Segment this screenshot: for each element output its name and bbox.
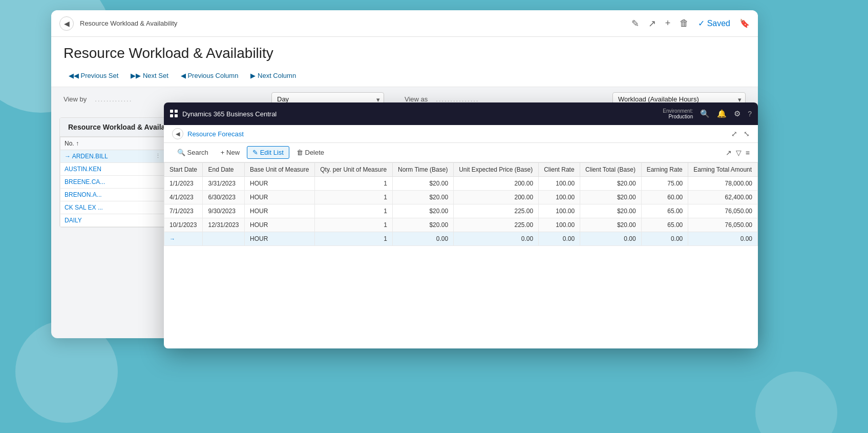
col-header-no: No. ↑: [60, 137, 165, 150]
table-row: 7/1/2023 9/30/2023 HOUR 1 $20.00 225.00 …: [164, 204, 758, 218]
titlebar-actions: ✎ ↗ + 🗑 ✓ Saved 🔖: [631, 18, 750, 29]
view-as-label: View as: [405, 95, 428, 103]
bc-back-button[interactable]: ◀: [172, 128, 183, 139]
bc-cell-clientrate5: 0.00: [539, 232, 580, 246]
bc-cell-qty5: 1: [315, 232, 393, 246]
bc-export-icon[interactable]: ↗: [726, 149, 732, 157]
table-row: 10/1/2023 12/31/2023 HOUR 1 $20.00 225.0…: [164, 218, 758, 232]
bc-col-earning-rate: Earning Rate: [641, 163, 688, 177]
bc-help-icon[interactable]: ?: [748, 110, 752, 118]
bc-row-arrow: →: [170, 236, 175, 242]
bc-cell-clientrate1: 100.00: [539, 177, 580, 191]
bc-col-start-date: Start Date: [164, 163, 203, 177]
next-set-button[interactable]: ▶▶ Next Set: [125, 70, 173, 81]
row-name-austinken[interactable]: AUSTIN.KEN: [60, 163, 165, 176]
bc-app-name: Dynamics 365 Business Central: [182, 110, 277, 118]
bc-delete-button[interactable]: 🗑 Delete: [291, 147, 329, 158]
bc-cell-start5[interactable]: →: [164, 232, 203, 246]
row-name-ardenbill[interactable]: → ARDEN.BILL ⋮: [60, 150, 165, 163]
add-icon[interactable]: +: [665, 18, 671, 29]
bc-col-norm-time: Norm Time (Base): [393, 163, 454, 177]
bc-cell-uom2: HOUR: [245, 191, 315, 204]
bc-cell-qty3: 1: [315, 204, 393, 218]
bc-restore-icon[interactable]: ⤢: [731, 130, 737, 138]
bc-toolbar-right: ↗ ▽ ≡: [726, 149, 750, 157]
window-title: Resource Workload & Availability: [80, 19, 625, 27]
edit-icon[interactable]: ✎: [631, 18, 639, 29]
bc-cell-uom5: HOUR: [245, 232, 315, 246]
bc-titlebar-right: Environment: Production 🔍 🔔 ⚙ ?: [663, 108, 752, 119]
bc-resource-forecast-table: Start Date End Date Base Unit of Measure…: [164, 162, 758, 246]
bc-subbar: ◀ Resource Forecast ⤢ ⤡: [164, 125, 758, 143]
bc-cell-unitprice2: 200.00: [454, 191, 539, 204]
bc-cell-end2: 6/30/2023: [203, 191, 245, 204]
bc-cell-norm1: $20.00: [393, 177, 454, 191]
bc-breadcrumb[interactable]: Resource Forecast: [187, 130, 244, 138]
view-by-dots: .............: [95, 95, 263, 103]
bc-cell-end3: 9/30/2023: [203, 204, 245, 218]
bc-cell-unitprice4: 225.00: [454, 218, 539, 232]
share-icon[interactable]: ↗: [648, 18, 656, 29]
bookmark-icon[interactable]: 🔖: [739, 18, 750, 28]
bc-maximize-icon[interactable]: ⤡: [744, 130, 750, 138]
bc-cell-earningtotal3: 76,050.00: [688, 204, 758, 218]
bc-notification-icon[interactable]: 🔔: [717, 109, 727, 118]
bc-env-badge: Environment: Production: [663, 108, 693, 119]
bc-filter-icon[interactable]: ▽: [736, 149, 742, 157]
bc-cell-clientrate3: 100.00: [539, 204, 580, 218]
bc-col-unit-exp-price: Unit Expected Price (Base): [454, 163, 539, 177]
bc-search-icon[interactable]: 🔍: [700, 109, 710, 118]
saved-status: ✓ Saved: [698, 18, 730, 28]
row-arrow: →: [65, 153, 71, 160]
bg-circle-bottomright: [755, 372, 837, 433]
view-as-dots: ...............: [436, 95, 604, 103]
bc-cell-clientrate2: 100.00: [539, 191, 580, 204]
bc-cell-clienttotal4: $20.00: [580, 218, 642, 232]
bc-cell-start4: 10/1/2023: [164, 218, 203, 232]
row-name-cksalex[interactable]: CK SAL EX ...: [60, 201, 165, 214]
back-button[interactable]: ◀: [59, 16, 74, 31]
row-name-breeneca[interactable]: BREENE.CA...: [60, 176, 165, 189]
bc-toolbar: 🔍 Search + New ✎ Edit List 🗑 Delete ↗ ▽ …: [164, 143, 758, 162]
business-central-window: Dynamics 365 Business Central Environmen…: [164, 102, 758, 348]
bc-cell-start1: 1/1/2023: [164, 177, 203, 191]
page-title: Resource Workload & Availability: [51, 37, 758, 66]
bc-new-button[interactable]: + New: [216, 147, 245, 158]
bc-cell-uom4: HOUR: [245, 218, 315, 232]
view-by-label: View by: [63, 95, 87, 103]
bc-env-value: Production: [668, 114, 693, 119]
bc-cell-clienttotal2: $20.00: [580, 191, 642, 204]
bc-col-qty-per-uom: Qty. per Unit of Measure: [315, 163, 393, 177]
bc-subbar-icons: ⤢ ⤡: [731, 130, 750, 138]
bc-cell-clienttotal5: 0.00: [580, 232, 642, 246]
bc-col-client-rate: Client Rate: [539, 163, 580, 177]
bc-cell-qty2: 1: [315, 191, 393, 204]
navigation-bar: ◀◀ Previous Set ▶▶ Next Set ◀ Previous C…: [51, 66, 758, 87]
bc-cell-earningrate1: 75.00: [641, 177, 688, 191]
bc-cell-earningrate4: 65.00: [641, 218, 688, 232]
bc-edit-list-button[interactable]: ✎ Edit List: [247, 146, 289, 159]
bc-columns-icon[interactable]: ≡: [746, 149, 750, 157]
previous-column-button[interactable]: ◀ Previous Column: [176, 70, 244, 81]
bc-cell-end4: 12/31/2023: [203, 218, 245, 232]
previous-set-button[interactable]: ◀◀ Previous Set: [63, 70, 123, 81]
bc-col-client-total: Client Total (Base): [580, 163, 642, 177]
row-name-daily[interactable]: DAILY: [60, 214, 165, 227]
bc-cell-unitprice5: 0.00: [454, 232, 539, 246]
bc-cell-uom3: HOUR: [245, 204, 315, 218]
bc-cell-uom1: HOUR: [245, 177, 315, 191]
bc-search-button[interactable]: 🔍 Search: [172, 147, 214, 158]
bc-settings-icon[interactable]: ⚙: [734, 109, 740, 118]
window-titlebar: ◀ Resource Workload & Availability ✎ ↗ +…: [51, 10, 758, 37]
delete-icon[interactable]: 🗑: [680, 18, 689, 29]
bc-cell-end5[interactable]: [203, 232, 245, 246]
bc-logo-icon: [170, 110, 178, 118]
bc-cell-unitprice1: 200.00: [454, 177, 539, 191]
bc-cell-norm2: $20.00: [393, 191, 454, 204]
bc-cell-unitprice3: 225.00: [454, 204, 539, 218]
bc-cell-earningrate5: 0.00: [641, 232, 688, 246]
bc-logo: Dynamics 365 Business Central: [170, 110, 277, 118]
next-column-button[interactable]: ▶ Next Column: [245, 70, 301, 81]
row-name-brenona[interactable]: BRENON.A...: [60, 189, 165, 201]
bc-col-base-uom: Base Unit of Measure: [245, 163, 315, 177]
